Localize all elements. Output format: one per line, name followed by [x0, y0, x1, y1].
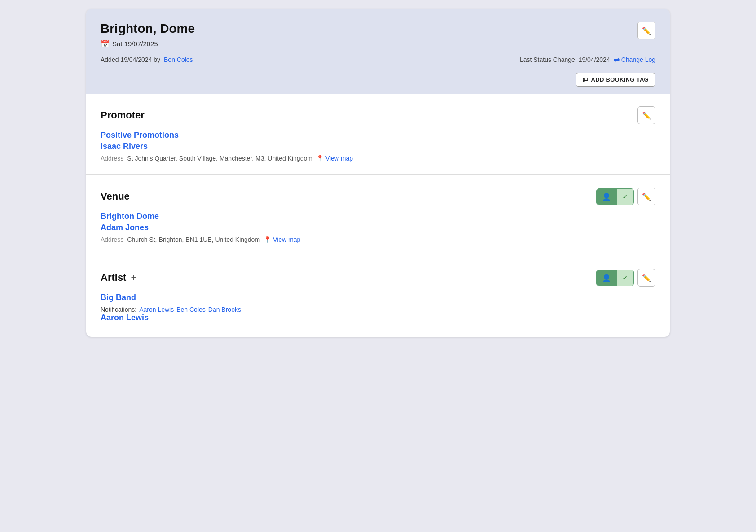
venue-contact-link[interactable]: Adam Jones [101, 223, 655, 232]
add-artist-icon[interactable]: + [131, 273, 136, 283]
artist-name-link[interactable]: Big Band [101, 293, 655, 302]
calendar-icon: 📅 [101, 39, 110, 48]
pencil-icon: ✏️ [642, 111, 651, 120]
event-date: 📅 Sat 19/07/2025 [101, 39, 655, 48]
status-info: Last Status Change: 19/04/2024 ⇌ Change … [520, 55, 655, 64]
promoter-address-text: St John's Quarter, South Village, Manche… [127, 155, 312, 162]
tag-icon: 🏷 [582, 76, 588, 83]
pencil-icon: ✏️ [642, 274, 651, 282]
venue-check-button[interactable]: ✓ [616, 189, 633, 205]
artist-actions: 👤 ✓ ✏️ [596, 269, 655, 287]
venue-address-label: Address [101, 236, 123, 243]
pencil-icon: ✏️ [642, 192, 651, 201]
notification-link-1[interactable]: Ben Coles [176, 306, 206, 313]
artist-section: Artist + 👤 ✓ ✏️ Big Band Notificatio [86, 256, 670, 337]
artist-contact-link[interactable]: Aaron Lewis [101, 313, 655, 323]
pencil-icon: ✏️ [642, 26, 651, 35]
check-icon: ✓ [622, 274, 628, 282]
venue-edit-button[interactable]: ✏️ [637, 188, 655, 205]
main-card: Brighton, Dome 📅 Sat 19/07/2025 Added 19… [86, 9, 670, 337]
artist-confirm-group: 👤 ✓ [596, 270, 634, 286]
promoter-address: Address St John's Quarter, South Village… [101, 155, 655, 162]
promoter-section: Promoter ✏️ Positive Promotions Isaac Ri… [86, 94, 670, 175]
promoter-header: Promoter ✏️ [101, 106, 655, 124]
change-log-link[interactable]: ⇌ Change Log [614, 55, 655, 64]
notification-link-0[interactable]: Aaron Lewis [139, 306, 174, 313]
venue-person-button[interactable]: 👤 [597, 189, 616, 205]
venue-actions: 👤 ✓ ✏️ [596, 188, 655, 205]
artist-edit-button[interactable]: ✏️ [637, 269, 655, 287]
promoter-view-map-link[interactable]: 📍 View map [316, 155, 353, 162]
transfer-icon: ⇌ [614, 55, 620, 64]
venue-title: Venue [101, 191, 130, 202]
header-edit-button[interactable]: ✏️ [637, 22, 655, 39]
venue-section: Venue 👤 ✓ ✏️ Brighton Dome Adam Jones Ad… [86, 175, 670, 256]
event-title: Brighton, Dome [101, 22, 655, 36]
added-info: Added 19/04/2024 by Ben Coles [101, 56, 193, 63]
venue-header: Venue 👤 ✓ ✏️ [101, 188, 655, 205]
artist-header: Artist + 👤 ✓ ✏️ [101, 269, 655, 287]
venue-address-text: Church St, Brighton, BN1 1UE, United Kin… [127, 236, 260, 243]
promoter-edit-button[interactable]: ✏️ [637, 106, 655, 124]
check-icon: ✓ [622, 192, 628, 201]
notification-link-2[interactable]: Dan Brooks [208, 306, 241, 313]
add-booking-tag-button[interactable]: 🏷 ADD BOOKING TAG [576, 73, 655, 87]
promoter-title: Promoter [101, 109, 145, 121]
venue-view-map-link[interactable]: 📍 View map [264, 236, 300, 243]
header-meta: Added 19/04/2024 by Ben Coles Last Statu… [101, 55, 655, 64]
artist-check-button[interactable]: ✓ [616, 270, 633, 286]
pin-icon: 📍 [264, 236, 271, 243]
notifications-label: Notifications: [101, 306, 136, 313]
header-section: Brighton, Dome 📅 Sat 19/07/2025 Added 19… [86, 9, 670, 73]
pin-icon: 📍 [316, 155, 324, 162]
tag-area: 🏷 ADD BOOKING TAG [86, 73, 670, 94]
artist-title: Artist + [101, 272, 136, 283]
promoter-actions: ✏️ [637, 106, 655, 124]
artist-person-button[interactable]: 👤 [597, 270, 616, 286]
notifications-line: Notifications: Aaron Lewis Ben Coles Dan… [101, 306, 655, 313]
venue-address: Address Church St, Brighton, BN1 1UE, Un… [101, 236, 655, 243]
promoter-name-link[interactable]: Positive Promotions [101, 131, 655, 140]
person-icon: 👤 [602, 274, 611, 282]
promoter-address-label: Address [101, 155, 123, 162]
person-icon: 👤 [602, 192, 611, 201]
promoter-contact-link[interactable]: Isaac Rivers [101, 142, 655, 151]
venue-name-link[interactable]: Brighton Dome [101, 212, 655, 221]
venue-confirm-group: 👤 ✓ [596, 188, 634, 205]
added-by-link[interactable]: Ben Coles [164, 56, 193, 63]
